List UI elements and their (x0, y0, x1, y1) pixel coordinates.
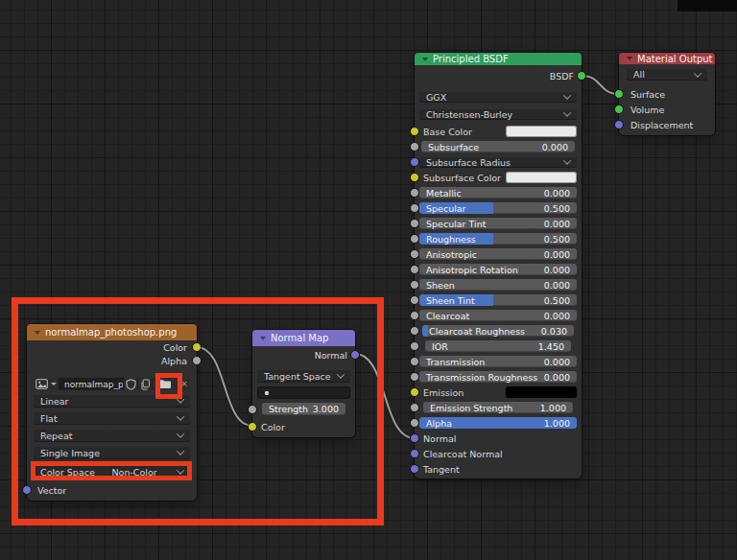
collapse-icon[interactable] (260, 337, 266, 340)
socket-in-specular[interactable] (410, 203, 419, 213)
chevron-down-icon (563, 108, 571, 116)
socket-in-displacement[interactable] (614, 120, 624, 129)
socket-in-emission strength[interactable] (410, 403, 419, 412)
socket-in-sheen tint[interactable] (410, 295, 419, 305)
socket-in-subsurface color[interactable] (410, 173, 419, 182)
output-label: Alpha (161, 356, 187, 366)
socket-in-surface[interactable] (614, 89, 624, 99)
dropdown-row: Linear (34, 394, 190, 408)
socket-out-bsdf[interactable] (577, 71, 586, 81)
node-material-output[interactable]: Material OutputAllSurfaceVolumeDisplacem… (619, 53, 715, 135)
collapse-icon[interactable] (35, 331, 40, 335)
slider-metallic[interactable]: Metallic0.000 (419, 187, 577, 198)
slider-ior[interactable]: IOR1.450 (425, 340, 571, 352)
slider-value: 1.450 (538, 341, 564, 352)
node-normal-map[interactable]: Normal MapNormalTangent SpaceStrength3.0… (252, 330, 355, 437)
socket-in-tangent[interactable] (410, 464, 419, 474)
slider-strength[interactable]: Strength3.000 (262, 403, 345, 415)
node-image-texture[interactable]: normalmap_photoshop.pngColorAlphanormalm… (27, 324, 197, 501)
socket-out-color[interactable] (192, 342, 202, 352)
dropdown-row: Christensen-Burley (419, 108, 577, 120)
dropdown-repeat[interactable]: Repeat (34, 429, 190, 442)
slider-subsurface[interactable]: Subsurface0.000 (421, 141, 575, 152)
slider-anisotropic[interactable]: Anisotropic0.000 (419, 248, 577, 260)
chevron-down-icon (177, 395, 184, 403)
dropdown-christensen-burley[interactable]: Christensen-Burley (419, 108, 577, 120)
socket-in-volume[interactable] (614, 105, 624, 114)
socket-in-anisotropic rotation[interactable] (410, 265, 419, 274)
socket-out-alpha[interactable] (192, 356, 202, 365)
socket-in-clearcoat[interactable] (410, 311, 419, 320)
socket-in-clearcoat normal[interactable] (410, 449, 419, 458)
collapse-icon[interactable] (422, 58, 428, 61)
socket-in-color[interactable] (248, 422, 257, 432)
slider-specular-tint[interactable]: Specular Tint0.000 (419, 218, 577, 229)
color-field-row: Base Color (419, 126, 577, 137)
socket-in-transmission[interactable] (410, 357, 419, 366)
shield-icon[interactable] (124, 378, 138, 390)
slider-transmission-roughness[interactable]: Transmission Roughness0.000 (419, 371, 577, 383)
socket-in-subsurface radius[interactable] (410, 157, 419, 167)
slider-clearcoat[interactable]: Clearcoat0.000 (419, 310, 577, 321)
uv-map-field[interactable] (257, 386, 350, 399)
socket-in-clearcoat roughness[interactable] (410, 326, 419, 336)
socket-in-emission[interactable] (410, 387, 419, 397)
collapse-icon[interactable] (627, 57, 632, 60)
socket-in-subsurface[interactable] (410, 142, 419, 152)
folder-icon[interactable] (153, 378, 178, 390)
socket-in-metallic[interactable] (410, 188, 419, 198)
color-label: Subsurface Color (419, 173, 501, 183)
color-swatch[interactable] (506, 172, 577, 183)
socket-in-sheen[interactable] (410, 280, 419, 290)
color-swatch[interactable] (506, 386, 577, 398)
slider-alpha[interactable]: Alpha1.000 (419, 417, 577, 429)
socket-in-anisotropic[interactable] (410, 249, 419, 259)
slider-clearcoat-roughness[interactable]: Clearcoat Roughness0.030 (422, 325, 574, 337)
socket-in-normal[interactable] (410, 433, 419, 443)
socket-in-strength[interactable] (248, 405, 257, 414)
socket-out-normal[interactable] (350, 350, 360, 360)
socket-in-roughness[interactable] (410, 234, 419, 244)
dropdown-flat[interactable]: Flat (34, 411, 190, 425)
node-header-image-texture[interactable]: normalmap_photoshop.png (27, 324, 197, 340)
image-name-field[interactable]: normalmap_phot... (59, 378, 124, 390)
slider-label: Metallic (426, 188, 544, 198)
socket-in-alpha[interactable] (410, 418, 419, 428)
partial-panel (678, 0, 737, 12)
socket-in-transmission roughness[interactable] (410, 372, 419, 382)
slider-sheen-tint[interactable]: Sheen Tint0.500 (419, 294, 577, 306)
slider-value: 0.500 (544, 203, 570, 214)
slider-roughness[interactable]: Roughness0.500 (419, 233, 577, 245)
slider-specular[interactable]: Specular0.500 (419, 202, 577, 214)
slider-anisotropic-rotation[interactable]: Anisotropic Rotation0.000 (419, 264, 577, 275)
slider-emission-strength[interactable]: Emission Strength1.000 (423, 402, 573, 413)
node-header-principled-bsdf[interactable]: Principled BSDF (415, 53, 582, 65)
slider-row: Metallic0.000 (419, 187, 577, 198)
socket-in-ior[interactable] (410, 341, 419, 351)
slider-value: 0.000 (544, 372, 570, 383)
image-browser-button[interactable] (34, 378, 59, 390)
duplicate-icon[interactable] (138, 378, 153, 390)
dropdown-linear[interactable]: Linear (34, 394, 190, 408)
close-icon[interactable]: × (178, 378, 190, 390)
slider-label: Specular (426, 203, 544, 214)
slider-sheen[interactable]: Sheen0.000 (419, 279, 577, 291)
node-header-material-output[interactable]: Material Output (619, 53, 715, 64)
slider-label: Alpha (426, 418, 544, 429)
slider-transmission[interactable]: Transmission0.000 (419, 356, 577, 367)
color-swatch[interactable] (506, 126, 577, 137)
socket-in-specular tint[interactable] (410, 219, 419, 228)
color-space-dropdown[interactable]: Color SpaceNon-Color (34, 465, 190, 478)
dropdown-single-image[interactable]: Single Image (34, 446, 190, 459)
slider-row: Emission Strength1.000 (419, 402, 577, 413)
node-editor-canvas[interactable]: normalmap_photoshop.pngColorAlphanormalm… (0, 0, 737, 560)
dropdown-all[interactable]: All (627, 68, 707, 81)
node-principled-bsdf[interactable]: Principled BSDFBSDFGGXChristensen-Burley… (415, 53, 582, 478)
dropdown-row: All (627, 68, 707, 81)
dropdown-subsurface-radius[interactable]: Subsurface Radius (419, 156, 577, 168)
dropdown-tangent-space[interactable]: Tangent Space (257, 369, 350, 383)
socket-in-base color[interactable] (410, 127, 419, 136)
dropdown-ggx[interactable]: GGX (419, 91, 577, 103)
socket-in-vector[interactable] (22, 485, 32, 495)
node-header-normal-map[interactable]: Normal Map (252, 330, 355, 346)
